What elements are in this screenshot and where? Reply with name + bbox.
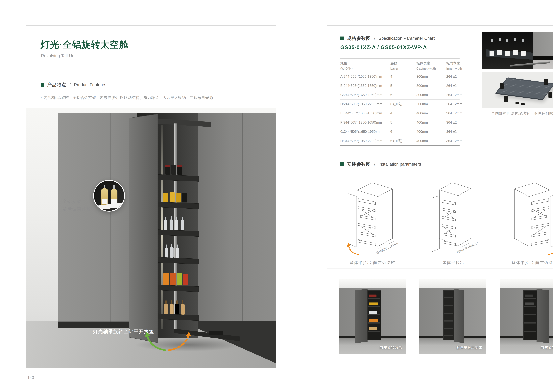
green-arc-arrow: [147, 335, 165, 350]
col-header-cabinet-width: 柜体宽度Cabinet width: [416, 61, 446, 70]
divider: [327, 268, 553, 269]
install-heading-zh: 安装参数图: [347, 161, 371, 167]
detail-inset-circle: [93, 180, 125, 211]
page-number-left: 143: [28, 375, 34, 380]
gallery-photo-rotate-left: 向左旋转效果: [339, 279, 406, 354]
hero-photo: 全铝支架 前后氛围硅胶灯 灯光轴承旋转全铝平开拉篮: [26, 108, 276, 368]
spec-table-row: A:244*505*(1050-1350)mm4300mm264 ±2mm: [340, 72, 460, 81]
features-heading-sep: /: [69, 82, 71, 87]
diagram-caption: 篮体平拉出 向左边旋转: [338, 260, 407, 266]
install-section-header: 安装参数图 / Installation parameters: [340, 161, 421, 167]
gallery-caption: 向右旋转效果: [541, 345, 553, 350]
right-page: 规格参数图 / Specification Parameter Chart GS…: [327, 25, 553, 366]
orange-arc-arrow: [168, 335, 189, 350]
left-page: 灯光·全铝旋转太空舱 Revolving Tall Unit 产品特点 / Pr…: [26, 25, 276, 368]
install-diagram-rotate-left: 柜内深度 ≥520mm: [338, 176, 407, 260]
features-heading-zh: 产品特点: [47, 82, 66, 88]
inset-bottle: [111, 185, 118, 206]
hero-side-annotation: 全铝支架 前后氛围硅胶灯: [62, 197, 96, 213]
inset-bottle: [101, 185, 108, 205]
page-title: 灯光·全铝旋转太空舱: [41, 39, 129, 51]
spec-photo-glass-basket: [482, 72, 553, 108]
orange-arrowhead-icon: [186, 332, 191, 336]
feature-bullet: ·内含8轴承旋转、全铝合金支架、内嵌硅胶灯条: [41, 95, 123, 100]
col-header-inner-width: 柜内宽度Inner width: [446, 61, 460, 70]
spec-table-row: G:344*505*(1650-1950)mm6400mm364 ±2mm: [340, 127, 460, 136]
feature-bullets: ·内含8轴承旋转、全铝合金支架、内嵌硅胶灯条 ·联动结构、省力静音、大容量大收纳…: [41, 95, 123, 100]
spec-table-row: D:244*505*(1950-2200)mm6 (加高)300mm264 ±2…: [340, 100, 460, 109]
col-header-layer: 层数Layer: [390, 61, 416, 70]
feature-bullet-text: 内含8轴承旋转、全铝合金支架、内嵌硅胶灯条: [43, 95, 123, 100]
gallery-caption: 向左旋转效果: [380, 345, 402, 350]
install-diagram-rotate-right: [500, 176, 553, 260]
spec-heading-zh: 规格参数图: [347, 35, 371, 41]
spec-photo-bottles: [482, 32, 553, 69]
diagram-caption: 篮体平拉出 向右边旋转: [500, 260, 553, 266]
spec-table-row: B:244*505*(1350-1650)mm5300mm264 ±2mm: [340, 81, 460, 90]
spec-photo-caption: 全内部棒卯结构玻璃篮 · 不见任何螺丝: [482, 111, 553, 116]
spec-heading-sep: /: [374, 36, 375, 41]
gallery-photo-rotate-right: 向右旋转效果: [500, 279, 553, 354]
green-square-icon: [340, 162, 344, 166]
page-subtitle: Revolving Tall Unit: [41, 53, 77, 58]
spec-table-header-row: 规格(W*D*H) 层数Layer 柜体宽度Cabinet width 柜内宽度…: [340, 59, 460, 72]
diagram-caption: 篮体平拉出: [419, 260, 488, 266]
feature-bullet: ·联动结构、省力静音、大容量大收纳、二边氛围光源: [121, 95, 213, 100]
bullet-marker: ·: [121, 96, 122, 99]
install-heading-en: Installation parameters: [379, 162, 421, 167]
side-label-line1: 全铝支架: [62, 197, 96, 205]
gallery-photo-straight: 篮体平拉出效果: [419, 279, 486, 354]
catalog-spread: { "colors":{"green":"#1d5b40","orange":"…: [0, 0, 553, 392]
install-heading-sep: /: [374, 162, 375, 167]
features-section-header: 产品特点 / Product Features: [41, 82, 106, 88]
side-label-line2: 前后氛围硅胶灯: [62, 205, 96, 213]
spec-heading-en: Specification Parameter Chart: [379, 36, 435, 41]
rotation-arrows: [140, 331, 195, 351]
feature-bullet-text: 联动结构、省力静音、大容量大收纳、二边氛围光源: [124, 95, 213, 100]
green-square-icon: [340, 36, 344, 40]
model-number: GS05-01XZ·A / GS05-01XZ-WP·A: [340, 44, 427, 50]
green-square-icon: [41, 83, 44, 87]
spec-table-row: E:344*505*(1050-1350)mm4400mm364 ±2mm: [340, 109, 460, 118]
spec-table-row: H:344*505*(1950-2200)mm6 (加高)400mm364 ±2…: [340, 136, 460, 146]
spec-table-row: C:244*505*(1650-1950)mm6300mm264 ±2mm: [340, 90, 460, 100]
features-heading-en: Product Features: [74, 82, 106, 87]
divider: [327, 152, 553, 152]
bullet-marker: ·: [41, 96, 42, 99]
col-header-size: 规格(W*D*H): [340, 61, 390, 70]
gallery-caption: 篮体平拉出效果: [456, 345, 483, 350]
spec-table-row: F:344*505*(1350-1650)mm5400mm364 ±2mm: [340, 118, 460, 127]
spec-table: 规格(W*D*H) 层数Layer 柜体宽度Cabinet width 柜内宽度…: [340, 58, 460, 146]
install-diagram-straight: 柜内深度 ≥520mm: [419, 176, 488, 260]
spec-section-header: 规格参数图 / Specification Parameter Chart: [340, 35, 435, 41]
page-margin-line: [24, 370, 24, 381]
